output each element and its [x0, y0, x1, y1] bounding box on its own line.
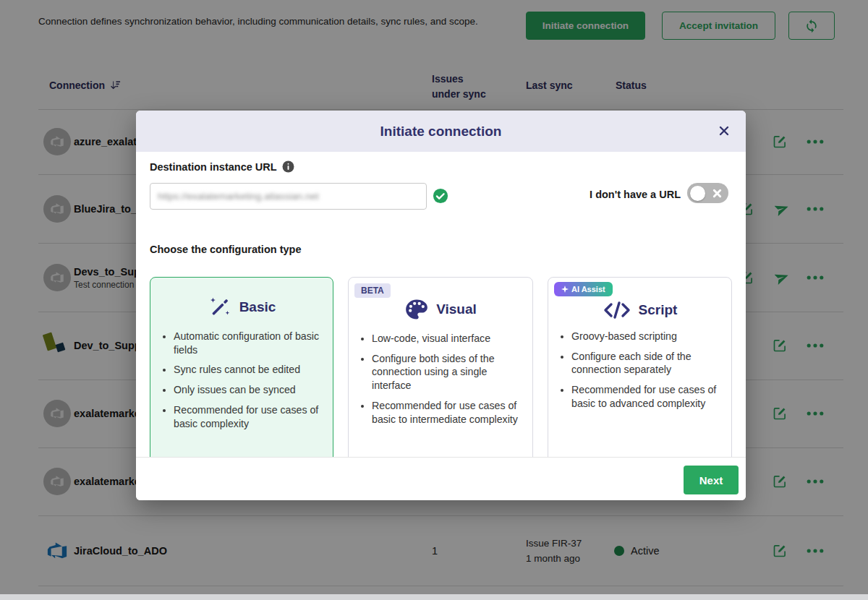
destination-url-label: Destination instance URL	[150, 160, 294, 173]
beta-badge: BETA	[354, 283, 391, 298]
sparkle-icon	[561, 286, 569, 293]
toggle-knob	[690, 186, 705, 201]
no-url-label: I don't have a URL	[590, 189, 681, 200]
no-url-toggle[interactable]	[687, 183, 728, 203]
connections-page: Connection defines synchronization behav…	[0, 0, 868, 600]
config-card-basic[interactable]: Basic Automatic configuration of basic f…	[150, 277, 333, 458]
choose-config-label: Choose the configuration type	[150, 244, 301, 255]
basic-bullets: Automatic configuration of basic fields …	[161, 330, 324, 430]
destination-url-value: https://exalatemarketing.atlassian.net	[158, 191, 319, 202]
config-card-list: Basic Automatic configuration of basic f…	[150, 277, 733, 458]
destination-url-input[interactable]: https://exalatemarketing.atlassian.net	[150, 183, 427, 210]
toggle-x-icon	[712, 189, 722, 198]
palette-icon	[404, 297, 429, 322]
valid-check-icon	[433, 188, 448, 204]
visual-bullets: Low-code, visual interface Configure bot…	[359, 332, 524, 426]
ai-assist-badge: AI Assist	[554, 282, 613, 296]
config-card-script[interactable]: AI Assist Script Groovy-based scripting …	[548, 277, 732, 458]
info-icon[interactable]	[282, 160, 294, 173]
next-button[interactable]: Next	[684, 466, 739, 494]
bottom-strip	[0, 594, 868, 600]
close-icon[interactable]	[714, 121, 734, 141]
modal-header: Initiate connection	[136, 111, 746, 152]
modal-footer: Next	[136, 457, 746, 500]
modal-title: Initiate connection	[136, 111, 746, 152]
magic-wand-icon	[208, 295, 232, 320]
initiate-connection-modal: Initiate connection Destination instance…	[136, 111, 746, 500]
config-card-visual[interactable]: BETA Visual Low-code, visual interface C…	[348, 277, 533, 458]
script-bullets: Groovy-based scripting Configure each si…	[558, 330, 723, 411]
code-icon	[603, 301, 631, 320]
